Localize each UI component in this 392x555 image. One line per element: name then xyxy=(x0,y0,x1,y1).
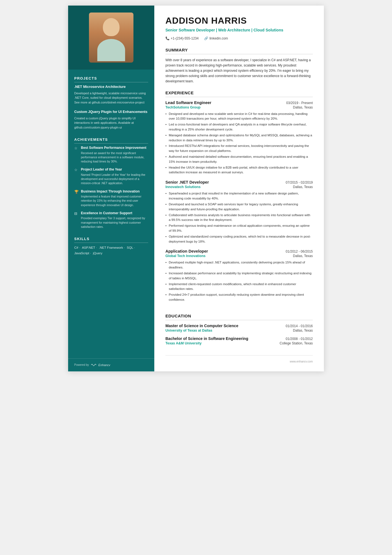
achievement-item-2: ☆ Project Leader of the Year Named 'Proj… xyxy=(74,167,148,185)
achievement-title-2: Project Leader of the Year xyxy=(81,167,148,172)
achievement-title-1: Best Software Performance Improvement xyxy=(81,146,148,150)
project-desc-2: Created a custom jQuery plugin to simpli… xyxy=(74,116,148,130)
achievements-title: ACHIEVEMENTS xyxy=(74,137,148,144)
avatar xyxy=(89,13,133,63)
bullet-2-5: Optimized and standardized company codin… xyxy=(165,234,313,244)
exp-company-row-3: Global Tech Innovations Dallas, Texas xyxy=(165,254,313,258)
edu-school-1: University of Texas at Dallas xyxy=(165,329,212,332)
exp-location-1: Dallas, Texas xyxy=(293,105,313,109)
summary-section: SUMMARY With over 8 years of experience … xyxy=(165,48,313,84)
achievement-content-1: Best Software Performance Improvement Re… xyxy=(81,146,148,164)
edu-location-1: Dallas, Texas xyxy=(293,329,313,332)
exp-header-3: Application Developer 01/2012 - 06/2015 xyxy=(165,249,313,253)
skill-4: SQL · xyxy=(127,246,135,249)
enhancv-brand: Enhancv xyxy=(98,363,110,367)
skill-6: jQuery xyxy=(93,251,102,255)
candidate-name: ADDISON HARRIS xyxy=(165,16,313,26)
achievement-desc-1: Received an award for the most significa… xyxy=(81,151,148,164)
bullet-1-3: Managed database schema design and optim… xyxy=(165,133,313,143)
bullet-1-2: Led a cross-functional team of developer… xyxy=(165,122,313,132)
edu-location-2: College Station, Texas xyxy=(280,341,313,345)
exp-bullets-2: Spearheaded a project that resulted in t… xyxy=(165,191,313,244)
education-section: EDUCATION Master of Science in Computer … xyxy=(165,314,313,349)
exp-company-3: Global Tech Innovations xyxy=(165,254,205,258)
bullet-3-4: Provided 24×7 production support, succes… xyxy=(165,292,313,302)
bullet-1-4: Introduced RESTful API integrations for … xyxy=(165,144,313,154)
sidebar: PROJECTS .NET Microservice Architecture … xyxy=(68,6,154,371)
linkedin-contact: 🔗 linkedin.com xyxy=(204,36,228,40)
edu-degree-2: Bachelor of Science in Software Engineer… xyxy=(165,336,248,341)
project-desc-1: Developed a lightweight, scalable micros… xyxy=(74,91,148,105)
exp-role-3: Application Developer xyxy=(165,249,208,253)
exp-item-3: Application Developer 01/2012 - 06/2015 … xyxy=(165,249,313,302)
bullet-1-5: Authored and maintained detailed softwar… xyxy=(165,154,313,164)
achievement-desc-2: Named 'Project Leader of the Year' for l… xyxy=(81,173,148,186)
project-item-2: Custom JQuery Plugin for UI Enhancements… xyxy=(74,110,148,130)
award-icon-1: ☆ xyxy=(74,146,79,151)
achievements-section: ACHIEVEMENTS ☆ Best Software Performance… xyxy=(74,137,148,229)
edu-school-2: Texas A&M University xyxy=(165,341,202,345)
edu-item-2: Bachelor of Science in Software Engineer… xyxy=(165,336,313,345)
main-footer: www.enhancv.com xyxy=(165,355,313,363)
sidebar-content: PROJECTS .NET Microservice Architecture … xyxy=(68,70,154,358)
exp-dates-1: 03/2019 - Present xyxy=(286,101,313,105)
exp-bullets-3: Developed multiple high-impact .NET appl… xyxy=(165,260,313,302)
exp-item-2: Senior .NET Developer 07/2015 - 02/2019 … xyxy=(165,180,313,244)
phone-icon: 📞 xyxy=(165,36,170,40)
skills-section: SKILLS C# · ASP.NET · .NET Framework · S… xyxy=(74,237,148,256)
exp-dates-2: 07/2015 - 02/2019 xyxy=(286,181,313,184)
main-content: ADDISON HARRIS Senior Software Developer… xyxy=(154,6,324,371)
projects-section: PROJECTS .NET Microservice Architecture … xyxy=(74,76,148,130)
exp-dates-3: 01/2012 - 06/2015 xyxy=(286,250,313,253)
bullet-3-3: Implemented client-requested custom modi… xyxy=(165,282,313,292)
edu-school-row-2: Texas A&M University College Station, Te… xyxy=(165,341,313,345)
achievement-desc-3: Implemented a feature that improved cust… xyxy=(81,194,148,207)
achievement-item-3: 🏆 Business Impact Through Innovation Imp… xyxy=(74,189,148,207)
resume-container: PROJECTS .NET Microservice Architecture … xyxy=(68,6,324,371)
achievement-item-1: ☆ Best Software Performance Improvement … xyxy=(74,146,148,164)
skill-5: JavaScript · xyxy=(74,251,91,255)
sidebar-footer: Powered by Enhancv xyxy=(68,358,154,371)
edu-school-row-1: University of Texas at Dallas Dallas, Te… xyxy=(165,329,313,332)
exp-company-row-1: TechSolutions Group Dallas, Texas xyxy=(165,105,313,109)
award-icon-2: ☆ xyxy=(74,168,79,172)
exp-bullets-1: Designed and developed a new scalable we… xyxy=(165,112,313,175)
skills-list: C# · ASP.NET · .NET Framework · SQL · Ja… xyxy=(74,245,148,256)
achievement-content-3: Business Impact Through Innovation Imple… xyxy=(81,189,148,207)
bullet-1-1: Designed and developed a new scalable we… xyxy=(165,112,313,122)
award-icon-3: 🏆 xyxy=(74,190,79,194)
achievement-content-2: Project Leader of the Year Named 'Projec… xyxy=(81,167,148,185)
bullet-3-1: Developed multiple high-impact .NET appl… xyxy=(165,260,313,270)
website-url: www.enhancv.com xyxy=(290,360,313,363)
edu-dates-1: 01/2014 - 01/2016 xyxy=(286,324,313,328)
experience-section: EXPERIENCE Lead Software Engineer 03/201… xyxy=(165,90,313,307)
linkedin-url: linkedin.com xyxy=(209,36,228,40)
exp-header-2: Senior .NET Developer 07/2015 - 02/2019 xyxy=(165,180,313,184)
summary-heading: SUMMARY xyxy=(165,48,313,54)
project-item-1: .NET Microservice Architecture Developed… xyxy=(74,85,148,105)
link-icon: 🔗 xyxy=(204,36,208,40)
bullet-2-2: Developed and launched a SOAP web servic… xyxy=(165,202,313,212)
experience-heading: EXPERIENCE xyxy=(165,90,313,97)
exp-role-1: Lead Software Engineer xyxy=(165,100,211,105)
edu-dates-2: 01/2008 - 01/2012 xyxy=(286,337,313,341)
summary-text: With over 8 years of experience as a sof… xyxy=(165,58,313,84)
projects-title: PROJECTS xyxy=(74,76,148,82)
bullet-3-2: Increased database performance and scala… xyxy=(165,271,313,281)
phone-number: +1-(234)-555-1234 xyxy=(171,36,199,40)
edu-header-2: Bachelor of Science in Software Engineer… xyxy=(165,336,313,341)
skill-2: ASP.NET · xyxy=(82,246,97,249)
exp-role-2: Senior .NET Developer xyxy=(165,180,209,184)
powered-by-label: Powered by xyxy=(74,363,89,366)
education-heading: EDUCATION xyxy=(165,314,313,320)
enhancv-icon xyxy=(91,363,97,367)
exp-company-2: Innovatech Solutions xyxy=(165,185,200,189)
achievement-item-4: ⊟ Excellence in Customer Support Provide… xyxy=(74,211,148,229)
achievement-title-4: Excellence in Customer Support xyxy=(81,211,148,216)
bullet-2-4: Performed rigorous testing and maintenan… xyxy=(165,223,313,233)
achievement-title-3: Business Impact Through Innovation xyxy=(81,189,148,194)
project-title-1: .NET Microservice Architecture xyxy=(74,85,148,90)
achievement-desc-4: Provided exemplary Tier 3 support, recog… xyxy=(81,216,148,229)
project-title-2: Custom JQuery Plugin for UI Enhancements xyxy=(74,110,148,115)
phone-contact: 📞 +1-(234)-555-1234 xyxy=(165,36,199,40)
